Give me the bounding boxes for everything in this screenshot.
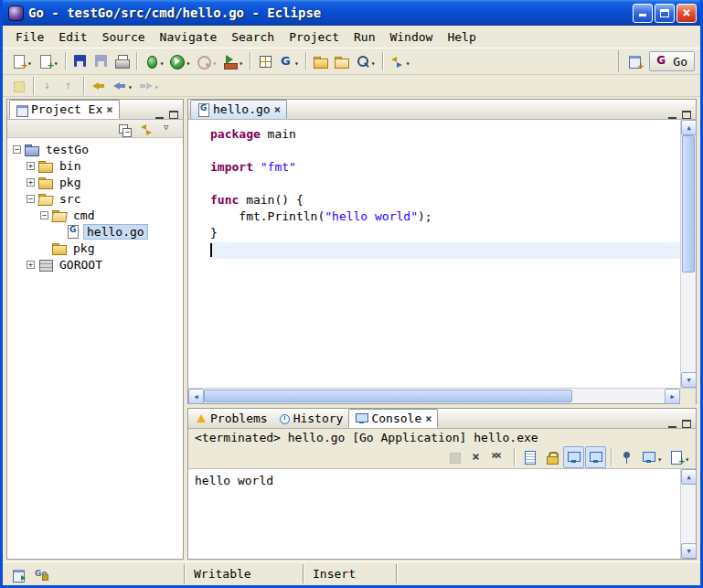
open-resource-button[interactable]: [331, 50, 352, 72]
run-button[interactable]: [166, 50, 193, 72]
dropdown-arrow-icon[interactable]: [154, 79, 159, 92]
remove-all-button[interactable]: [488, 446, 509, 468]
maximize-panel-icon[interactable]: [169, 111, 178, 119]
code-line[interactable]: fmt.Println("hello world");: [210, 209, 680, 226]
tab-hello-go[interactable]: hello.go: [190, 100, 287, 119]
dropdown-arrow-icon[interactable]: [27, 55, 32, 69]
scroll-down-icon[interactable]: [681, 543, 697, 559]
tree-item-pkg[interactable]: pkg: [7, 240, 183, 256]
expander-plus-icon[interactable]: +: [27, 178, 35, 187]
menu-item-search[interactable]: Search: [224, 28, 282, 46]
code-line[interactable]: }: [210, 226, 680, 242]
title-bar[interactable]: Go - testGo/src/cmd/hello.go - Eclipse: [3, 0, 700, 26]
tab-console[interactable]: Console: [348, 409, 438, 428]
open-perspective-button[interactable]: [624, 50, 645, 72]
close-tab-icon[interactable]: [274, 102, 281, 116]
go-wizard-button[interactable]: [275, 50, 302, 72]
scroll-down-icon[interactable]: [681, 372, 697, 388]
scrollbar-track[interactable]: [204, 389, 665, 403]
dropdown-arrow-icon[interactable]: [685, 451, 689, 465]
scrollbar-track[interactable]: [681, 485, 696, 543]
tree-item-pkg[interactable]: +pkg: [7, 174, 183, 190]
dropdown-arrow-icon[interactable]: [294, 55, 299, 69]
menu-item-run[interactable]: Run: [346, 28, 382, 46]
minimize-window-button[interactable]: [633, 4, 653, 23]
tree-item-testgo[interactable]: −testGo: [7, 141, 183, 157]
open-console-button[interactable]: [666, 446, 692, 468]
dropdown-arrow-icon[interactable]: [54, 55, 59, 69]
code-area[interactable]: package mainimport "fmt"func main() { fm…: [188, 120, 680, 388]
code-line[interactable]: package main: [210, 127, 680, 144]
remove-launch-button[interactable]: [466, 446, 487, 468]
fast-view-icon[interactable]: [12, 568, 26, 581]
dropdown-arrow-icon[interactable]: [212, 55, 217, 69]
scroll-up-icon[interactable]: [681, 469, 697, 485]
minimize-panel-icon[interactable]: [155, 112, 164, 119]
menu-item-source[interactable]: Source: [95, 28, 153, 46]
menu-item-edit[interactable]: Edit: [51, 28, 94, 46]
expander-plus-icon[interactable]: +: [27, 261, 35, 269]
menu-item-navigate[interactable]: Navigate: [153, 28, 225, 46]
console-output-text[interactable]: hello world: [188, 469, 680, 559]
display-console-button[interactable]: [638, 446, 665, 468]
menu-item-window[interactable]: Window: [382, 28, 440, 46]
show-stdout-button[interactable]: [563, 446, 584, 468]
tree-item-bin[interactable]: +bin: [7, 157, 183, 174]
tree-item-src[interactable]: −src: [7, 190, 183, 207]
maximize-panel-icon[interactable]: [682, 111, 691, 119]
dropdown-arrow-icon[interactable]: [160, 55, 165, 69]
expander-minus-icon[interactable]: −: [27, 195, 35, 203]
tree-item-hello-go[interactable]: hello.go: [7, 223, 183, 240]
minimize-panel-icon[interactable]: [668, 421, 676, 428]
search-button[interactable]: [352, 50, 378, 72]
pin-console-button[interactable]: [616, 446, 637, 468]
scroll-left-icon[interactable]: [188, 389, 204, 404]
maximize-window-button[interactable]: [655, 4, 675, 23]
scrollbar-thumb[interactable]: [204, 390, 572, 402]
expander-minus-icon[interactable]: −: [13, 145, 21, 154]
new-go-element-button[interactable]: [35, 50, 61, 72]
open-folder-button[interactable]: [310, 50, 331, 72]
dropdown-arrow-icon[interactable]: [186, 55, 190, 69]
go-workspace-status-icon[interactable]: [35, 568, 48, 581]
maximize-panel-icon[interactable]: [682, 420, 691, 428]
expander-plus-icon[interactable]: +: [27, 162, 35, 170]
collapse-all-icon[interactable]: [117, 122, 133, 136]
go-new-app-button[interactable]: [254, 50, 275, 72]
tree-item-goroot[interactable]: +GOROOT: [7, 256, 183, 273]
view-menu-icon[interactable]: [161, 122, 176, 136]
dropdown-arrow-icon[interactable]: [371, 55, 376, 69]
scrollbar-track[interactable]: [681, 135, 696, 372]
new-wizard-button[interactable]: [8, 50, 35, 72]
code-line[interactable]: [210, 144, 680, 160]
dropdown-arrow-icon[interactable]: [406, 55, 410, 69]
close-tab-icon[interactable]: [106, 102, 112, 116]
dropdown-arrow-icon[interactable]: [239, 55, 243, 69]
dropdown-arrow-icon[interactable]: [657, 451, 662, 465]
code-line[interactable]: [210, 242, 680, 259]
go-perspective-button[interactable]: Go: [649, 51, 695, 71]
save-button[interactable]: [69, 50, 91, 72]
tree-item-cmd[interactable]: −cmd: [7, 207, 183, 223]
external-tools-button[interactable]: [219, 50, 246, 72]
tab-history[interactable]: History: [273, 409, 349, 428]
team-sync-button[interactable]: [387, 50, 413, 72]
tab-project-explorer[interactable]: Project Ex: [9, 100, 120, 119]
tab-problems[interactable]: Problems: [190, 409, 273, 428]
minimize-panel-icon[interactable]: [668, 112, 676, 119]
close-window-button[interactable]: [676, 4, 697, 23]
print-button[interactable]: [112, 50, 133, 72]
scrollbar-thumb[interactable]: [682, 135, 695, 273]
scroll-lock-button[interactable]: [541, 446, 562, 468]
back-button[interactable]: [109, 75, 135, 97]
code-line[interactable]: [210, 176, 680, 193]
debug-button[interactable]: [141, 50, 167, 72]
expander-minus-icon[interactable]: −: [40, 211, 48, 219]
scroll-right-icon[interactable]: [665, 389, 680, 404]
clear-console-button[interactable]: [519, 446, 540, 468]
code-line[interactable]: import "fmt": [210, 160, 680, 176]
dropdown-arrow-icon[interactable]: [128, 79, 133, 92]
close-tab-icon[interactable]: [425, 412, 431, 425]
editor-vertical-scrollbar[interactable]: [680, 120, 696, 388]
menu-item-file[interactable]: File: [8, 28, 51, 46]
